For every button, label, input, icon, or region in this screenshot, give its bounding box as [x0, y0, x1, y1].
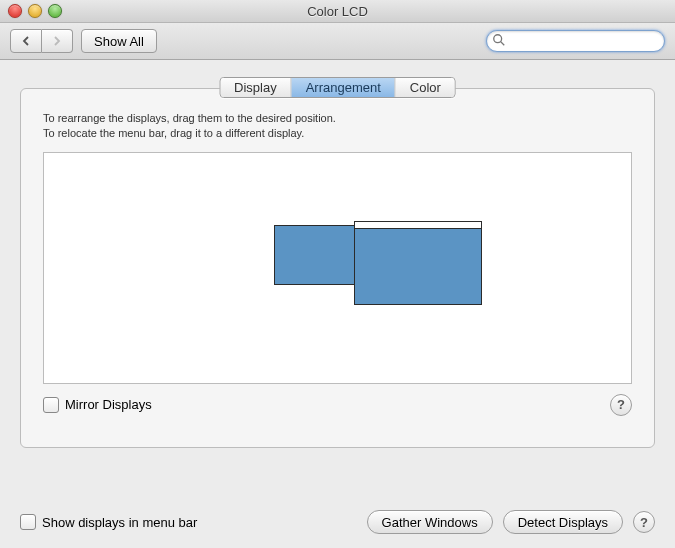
minimize-window-button[interactable]	[28, 4, 42, 18]
instruction-line-2: To relocate the menu bar, drag it to a d…	[43, 126, 632, 141]
titlebar: Color LCD	[0, 0, 675, 23]
tab-pane: Display Arrangement Color To rearrange t…	[20, 88, 655, 448]
instructions: To rearrange the displays, drag them to …	[43, 111, 632, 142]
help-icon: ?	[617, 397, 625, 412]
help-button-tab[interactable]: ?	[610, 394, 632, 416]
display-secondary[interactable]	[274, 225, 356, 285]
menu-bar-handle[interactable]	[355, 222, 481, 229]
toolbar: Show All	[0, 23, 675, 60]
search-input[interactable]	[486, 30, 665, 52]
footer-bar: Show displays in menu bar Gather Windows…	[20, 510, 655, 534]
tab-display-label: Display	[234, 80, 277, 95]
help-button-footer[interactable]: ?	[633, 511, 655, 533]
search-wrap	[486, 30, 665, 52]
instruction-line-1: To rearrange the displays, drag them to …	[43, 111, 632, 126]
mirror-row: Mirror Displays ?	[43, 394, 632, 416]
gather-windows-button[interactable]: Gather Windows	[367, 510, 493, 534]
search-icon	[492, 33, 506, 47]
help-icon: ?	[640, 515, 648, 530]
chevron-right-icon	[52, 36, 62, 46]
tab-color[interactable]: Color	[396, 78, 455, 97]
gather-windows-label: Gather Windows	[382, 515, 478, 530]
window-controls	[0, 4, 62, 18]
svg-point-0	[494, 35, 502, 43]
back-button[interactable]	[10, 29, 42, 53]
zoom-window-button[interactable]	[48, 4, 62, 18]
show-in-menu-bar-checkbox[interactable]	[20, 514, 36, 530]
mirror-displays-checkbox[interactable]	[43, 397, 59, 413]
detect-displays-button[interactable]: Detect Displays	[503, 510, 623, 534]
svg-line-1	[501, 42, 505, 46]
chevron-left-icon	[21, 36, 31, 46]
forward-button[interactable]	[42, 29, 73, 53]
close-window-button[interactable]	[8, 4, 22, 18]
detect-displays-label: Detect Displays	[518, 515, 608, 530]
show-all-label: Show All	[94, 34, 144, 49]
show-in-menu-bar-row[interactable]: Show displays in menu bar	[20, 514, 197, 530]
preferences-window: Color LCD Show All Dis	[0, 0, 675, 548]
arrangement-canvas[interactable]	[43, 152, 632, 384]
display-primary[interactable]	[354, 221, 482, 305]
tab-arrangement-label: Arrangement	[306, 80, 381, 95]
show-in-menu-bar-label: Show displays in menu bar	[42, 515, 197, 530]
window-title: Color LCD	[0, 4, 675, 19]
content-area: Display Arrangement Color To rearrange t…	[0, 58, 675, 548]
nav-group	[10, 29, 73, 53]
tab-segmented-control: Display Arrangement Color	[219, 77, 456, 98]
tab-arrangement[interactable]: Arrangement	[292, 78, 396, 97]
tab-color-label: Color	[410, 80, 441, 95]
tab-display[interactable]: Display	[220, 78, 292, 97]
show-all-button[interactable]: Show All	[81, 29, 157, 53]
mirror-displays-label: Mirror Displays	[65, 397, 152, 412]
mirror-displays-checkbox-row[interactable]: Mirror Displays	[43, 397, 152, 413]
